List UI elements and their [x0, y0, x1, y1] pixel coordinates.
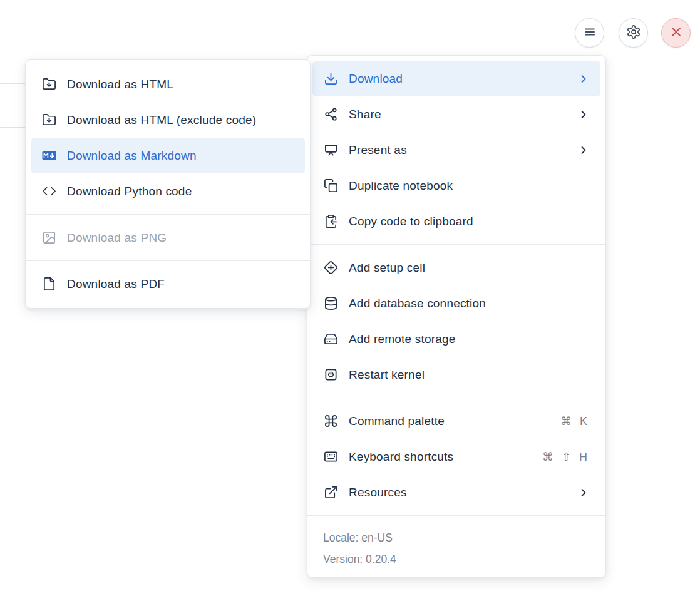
chevron-right-icon	[577, 73, 590, 85]
menu-item-duplicate-notebook[interactable]: Duplicate notebook	[312, 168, 600, 203]
menu-footer: Locale: en-US Version: 0.20.4	[307, 521, 605, 572]
external-link-icon	[323, 485, 338, 500]
menu-item-add-remote-storage[interactable]: Add remote storage	[312, 321, 600, 357]
download-icon	[323, 71, 338, 86]
menu-item-label: Download	[349, 72, 567, 86]
menu-item-label: Copy code to clipboard	[349, 215, 590, 228]
command-icon	[323, 414, 338, 429]
menu-item-download-as-pdf[interactable]: Download as PDF	[31, 266, 305, 302]
menu-item-add-database-connection[interactable]: Add database connection	[312, 285, 600, 321]
menu-separator	[307, 244, 605, 245]
version-label: Version: 0.20.4	[323, 548, 590, 570]
menu-item-label: Share	[349, 108, 567, 121]
menu-item-label: Resources	[349, 486, 567, 500]
hamburger-icon	[582, 24, 597, 41]
menu-separator	[307, 398, 605, 398]
menu-item-label: Download as PNG	[67, 231, 294, 245]
menu-item-label: Restart kernel	[349, 368, 590, 382]
menu-item-label: Present as	[349, 143, 567, 157]
keyboard-icon	[323, 449, 338, 465]
menu-item-label: Keyboard shortcuts	[349, 450, 532, 464]
menu-separator	[26, 260, 310, 261]
chevron-right-icon	[577, 108, 590, 121]
markdown-icon	[41, 148, 56, 163]
menu-item-label: Duplicate notebook	[349, 179, 590, 193]
shutdown-button[interactable]	[661, 18, 691, 48]
code-icon	[41, 184, 56, 199]
menu-item-command-palette[interactable]: Command palette⌘ K	[312, 403, 600, 439]
menu-item-add-setup-cell[interactable]: Add setup cell	[312, 250, 600, 285]
menu-item-restart-kernel[interactable]: Restart kernel	[312, 357, 600, 393]
close-icon	[669, 24, 684, 41]
menu-item-label: Download Python code	[67, 185, 294, 198]
notebook-actions-menu: DownloadSharePresent asDuplicate noteboo…	[307, 55, 606, 578]
menu-item-resources[interactable]: Resources	[312, 475, 600, 510]
power-icon	[323, 367, 338, 382]
settings-button[interactable]	[619, 18, 648, 48]
share-icon	[323, 107, 338, 122]
menu-item-download[interactable]: Download	[312, 61, 600, 96]
menu-item-share[interactable]: Share	[312, 96, 600, 132]
file-icon	[41, 277, 56, 292]
menu-item-label: Add database connection	[349, 297, 590, 311]
locale-label: Locale: en-US	[323, 527, 590, 548]
menu-item-label: Command palette	[349, 414, 550, 428]
menu-separator	[26, 214, 310, 215]
database-icon	[323, 296, 338, 311]
copy-icon	[323, 178, 338, 193]
folder-download-icon	[41, 113, 56, 128]
menu-item-label: Add remote storage	[349, 332, 590, 346]
diamond-plus-icon	[323, 260, 338, 275]
presentation-icon	[323, 143, 338, 158]
chevron-right-icon	[577, 486, 590, 499]
menu-separator	[307, 515, 605, 516]
menu-item-keyboard-shortcuts[interactable]: Keyboard shortcuts⌘ ⇧ H	[312, 439, 600, 475]
menu-item-label: Download as HTML	[67, 78, 294, 91]
menu-item-label: Download as PDF	[67, 277, 294, 291]
menu-item-present-as[interactable]: Present as	[312, 132, 600, 168]
menu-item-label: Add setup cell	[349, 261, 590, 275]
clipboard-copy-icon	[323, 214, 338, 229]
menu-item-label: Download as HTML (exclude code)	[67, 113, 294, 127]
menu-item-download-as-html-exclude-code[interactable]: Download as HTML (exclude code)	[31, 102, 305, 138]
background-divider	[0, 83, 26, 84]
gear-icon	[626, 24, 641, 41]
shortcut-hint: ⌘ ⇧ H	[542, 450, 590, 464]
menu-item-download-as-html[interactable]: Download as HTML	[31, 66, 305, 102]
menu-item-download-python-code[interactable]: Download Python code	[31, 173, 305, 209]
folder-download-icon	[41, 77, 56, 92]
menu-item-label: Download as Markdown	[67, 149, 294, 163]
notebook-menu-button[interactable]	[575, 18, 604, 48]
hard-drive-icon	[323, 332, 338, 347]
image-icon	[41, 230, 56, 245]
download-submenu: Download as HTMLDownload as HTML (exclud…	[25, 59, 311, 309]
chevron-right-icon	[577, 144, 590, 157]
shortcut-hint: ⌘ K	[560, 414, 590, 428]
menu-item-copy-code-to-clipboard[interactable]: Copy code to clipboard	[312, 203, 600, 239]
menu-item-download-as-png: Download as PNG	[31, 220, 305, 255]
menu-item-download-as-markdown[interactable]: Download as Markdown	[31, 138, 305, 173]
background-divider	[0, 127, 26, 128]
